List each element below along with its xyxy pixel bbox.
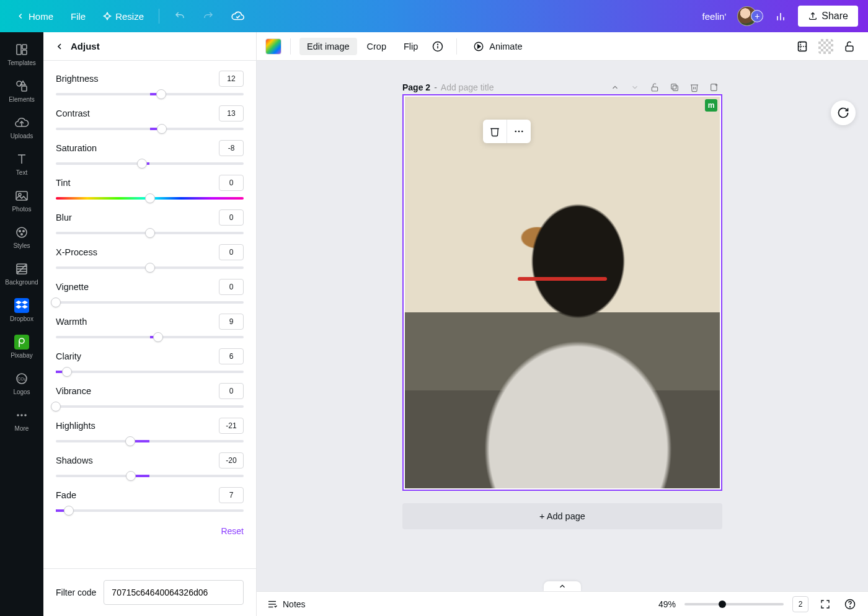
page-up-button[interactable] [607, 79, 623, 95]
flip-button[interactable]: Flip [396, 38, 425, 55]
fullscreen-button[interactable] [817, 596, 833, 612]
delete-page-button[interactable] [686, 79, 702, 95]
back-button[interactable] [55, 42, 64, 51]
slider-track[interactable] [56, 266, 244, 269]
rail-item-dropbox[interactable]: Dropbox [0, 292, 43, 327]
slider-thumb[interactable] [156, 89, 166, 99]
slider-track[interactable] [56, 475, 244, 477]
slider-value-input[interactable]: 13 [219, 105, 244, 121]
slider-track[interactable] [56, 197, 244, 200]
image-content[interactable] [405, 97, 720, 488]
position-button[interactable] [792, 37, 812, 56]
rail-item-elements[interactable]: Elements [0, 73, 43, 108]
zoom-slider[interactable] [684, 603, 784, 605]
slider-track[interactable] [56, 162, 244, 165]
slider-thumb[interactable] [137, 159, 147, 169]
reset-button[interactable]: Reset [221, 526, 244, 536]
page-canvas[interactable]: m [402, 94, 722, 491]
delete-element-button[interactable] [483, 120, 507, 143]
rail-item-styles[interactable]: Styles [0, 219, 43, 254]
slider-thumb[interactable] [145, 263, 155, 273]
info-button[interactable] [428, 37, 448, 56]
page-down-button[interactable] [627, 79, 643, 95]
more-element-button[interactable] [507, 120, 531, 143]
lock-page-button[interactable] [647, 79, 663, 95]
zoom-thumb[interactable] [719, 601, 726, 608]
slider-value-input[interactable]: 0 [219, 175, 244, 191]
slider-value-input[interactable]: 0 [219, 244, 244, 260]
notes-button[interactable]: Notes [267, 599, 306, 610]
status-bar: Notes 49% 2 [257, 591, 868, 616]
rail-item-templates[interactable]: Templates [0, 36, 43, 71]
animate-button[interactable]: Animate [466, 37, 529, 56]
slider-track[interactable] [56, 440, 244, 442]
slider-value-input[interactable]: 0 [219, 279, 244, 295]
help-button[interactable] [842, 596, 858, 612]
resize-menu[interactable]: Resize [97, 7, 150, 25]
slider-thumb[interactable] [157, 124, 167, 134]
refresh-button[interactable] [831, 100, 856, 125]
slider-track[interactable] [56, 371, 244, 373]
slider-track[interactable] [56, 405, 244, 408]
filter-code-input[interactable] [104, 580, 244, 605]
slider-value-input[interactable]: 7 [219, 487, 244, 503]
slider-track[interactable] [56, 93, 244, 95]
page-title-input[interactable]: Add page title [441, 82, 604, 92]
rail-item-logos[interactable]: CO₂Logos [0, 365, 43, 400]
slider-value-input[interactable]: 12 [219, 71, 244, 87]
slider-thumb[interactable] [51, 297, 61, 307]
cloud-status[interactable] [225, 6, 251, 27]
slider-value-input[interactable]: -8 [219, 140, 244, 156]
slider-thumb[interactable] [125, 436, 135, 446]
lock-button[interactable] [839, 37, 859, 56]
file-menu[interactable]: File [64, 7, 92, 25]
lock-open-icon [650, 82, 660, 92]
slider-thumb[interactable] [64, 506, 74, 516]
add-member-button[interactable]: + [751, 10, 763, 22]
slider-thumb[interactable] [145, 193, 155, 203]
slider-thumb[interactable] [126, 471, 136, 481]
slider-track[interactable] [56, 301, 244, 304]
slider-blur: Blur 0 [56, 209, 244, 234]
slider-thumb[interactable] [62, 367, 72, 377]
cloud-check-icon [231, 9, 245, 23]
share-button[interactable]: Share [798, 6, 858, 27]
undo-button[interactable] [168, 7, 192, 25]
add-page-icon-button[interactable] [706, 79, 722, 95]
rail-item-text[interactable]: Text [0, 146, 43, 181]
rail-item-more[interactable]: More [0, 402, 43, 437]
divider [290, 38, 291, 55]
color-swatch[interactable] [265, 38, 281, 55]
rail-item-photos[interactable]: Photos [0, 182, 43, 218]
trash-icon [689, 82, 699, 92]
slider-track[interactable] [56, 128, 244, 130]
slider-thumb[interactable] [51, 402, 61, 411]
slider-vibrance: Vibrance 0 [56, 383, 244, 408]
rail-item-pixabay[interactable]: Pixabay [0, 328, 43, 364]
slider-track[interactable] [56, 509, 244, 512]
add-page-button[interactable]: + Add page [402, 503, 722, 529]
slider-value-input[interactable]: -21 [219, 418, 244, 434]
duplicate-page-button[interactable] [666, 79, 683, 95]
slider-value-input[interactable]: 9 [219, 314, 244, 330]
edit-image-button[interactable]: Edit image [299, 38, 357, 55]
notes-icon [267, 599, 278, 610]
redo-button[interactable] [197, 7, 220, 25]
slider-value-input[interactable]: -20 [219, 452, 244, 469]
slider-value-input[interactable]: 6 [219, 348, 244, 364]
rail-item-uploads[interactable]: Uploads [0, 109, 43, 144]
slider-thumb[interactable] [153, 332, 163, 342]
insights-button[interactable] [768, 6, 793, 26]
project-name[interactable]: feelin' [696, 7, 733, 25]
slider-value-input[interactable]: 0 [219, 209, 244, 226]
expand-pages-button[interactable] [544, 581, 581, 591]
rail-item-background[interactable]: Background [0, 255, 43, 291]
slider-track[interactable] [56, 336, 244, 338]
crop-button[interactable]: Crop [360, 38, 394, 55]
slider-value-input[interactable]: 0 [219, 383, 244, 399]
page-count-button[interactable]: 2 [792, 596, 808, 612]
slider-thumb[interactable] [145, 228, 155, 238]
slider-track[interactable] [56, 232, 244, 234]
home-button[interactable]: Home [10, 7, 60, 25]
transparency-button[interactable] [816, 37, 836, 56]
